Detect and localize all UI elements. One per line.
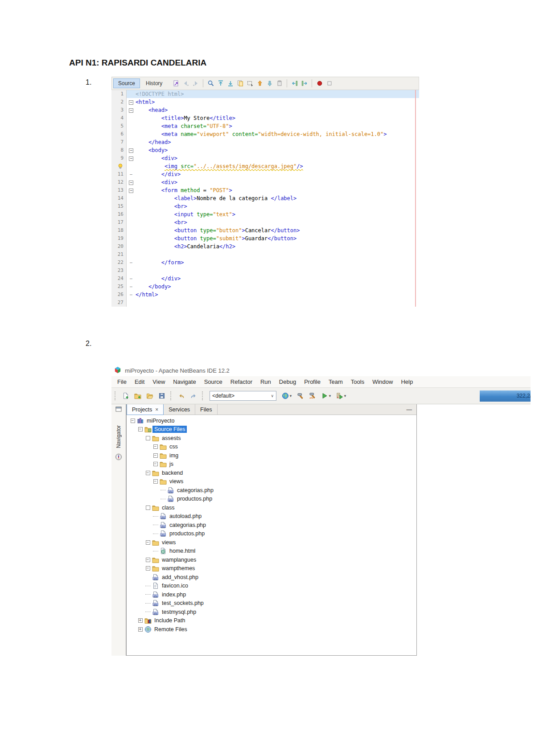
close-tab-icon[interactable]: × bbox=[155, 407, 158, 413]
menu-team[interactable]: Team bbox=[325, 377, 347, 387]
collapse-handle-icon[interactable]: − bbox=[144, 471, 151, 475]
code-line-22[interactable]: 22− </form> bbox=[111, 259, 419, 267]
menu-edit[interactable]: Edit bbox=[131, 377, 148, 387]
collapse-handle-icon[interactable]: − bbox=[152, 444, 159, 449]
tab-files[interactable]: Files bbox=[195, 404, 217, 415]
undo-icon[interactable] bbox=[176, 390, 187, 402]
code-line-4[interactable]: 4 <title>My Store</title> bbox=[111, 114, 419, 122]
memory-indicator[interactable]: 322,2/ bbox=[480, 390, 531, 402]
code-area[interactable]: 1<!DOCTYPE html>2−<html>3− <head>4 <titl… bbox=[111, 90, 419, 307]
tree-item-categorias-php[interactable]: phpcategorias.php bbox=[127, 521, 416, 530]
tree-item-productos-php[interactable]: phpproductos.php bbox=[127, 495, 416, 504]
browser-globe-icon[interactable]: ▾ bbox=[280, 390, 294, 402]
code-line-15[interactable]: 15 <br> bbox=[111, 202, 419, 210]
code-line-bulb[interactable]: <img src="../../assets/img/descarga.jpeg… bbox=[111, 162, 419, 170]
expand-handle-icon[interactable]: + bbox=[137, 618, 144, 623]
code-line-13[interactable]: 13− <form method = "POST"> bbox=[111, 186, 419, 194]
tree-item-css[interactable]: −css bbox=[127, 443, 416, 452]
code-line-11[interactable]: 11− </div> bbox=[111, 170, 419, 178]
tree-item-productos-php[interactable]: phpproductos.php bbox=[127, 530, 416, 538]
tab-source[interactable]: Source bbox=[113, 78, 140, 88]
collapse-handle-icon[interactable]: − bbox=[144, 558, 151, 562]
redo-icon[interactable] bbox=[188, 390, 199, 402]
expand-handle-icon[interactable]: + bbox=[137, 627, 144, 632]
menu-profile[interactable]: Profile bbox=[300, 377, 325, 387]
fold-collapse-icon[interactable]: − bbox=[127, 186, 136, 194]
tab-projects[interactable]: Projects × bbox=[127, 404, 164, 415]
tree-item-views[interactable]: −views bbox=[127, 477, 416, 486]
menu-window[interactable]: Window bbox=[368, 377, 397, 387]
menu-help[interactable]: Help bbox=[397, 377, 417, 387]
chevron-down-icon[interactable]: ∨ bbox=[271, 394, 274, 398]
dropdown-caret-icon[interactable]: ▾ bbox=[329, 394, 331, 398]
code-line-8[interactable]: 8− <body> bbox=[111, 146, 419, 154]
tree-item-include-path[interactable]: +Include Path bbox=[127, 616, 416, 625]
fold-collapse-icon[interactable]: − bbox=[127, 98, 136, 106]
code-line-14[interactable]: 14 <label>Nombre de la categoria </label… bbox=[111, 194, 419, 202]
debug-icon[interactable]: ▾ bbox=[334, 390, 348, 402]
tree-item-views[interactable]: −views bbox=[127, 538, 416, 547]
code-line-25[interactable]: 25− </body> bbox=[111, 283, 419, 291]
code-line-18[interactable]: 18 <button type="button">Cancelar</butto… bbox=[111, 226, 419, 234]
dock-window-icon[interactable] bbox=[115, 406, 122, 415]
code-line-17[interactable]: 17 <br> bbox=[111, 218, 419, 226]
fold-collapse-icon[interactable]: − bbox=[127, 154, 136, 162]
tree-item-home-html[interactable]: home.html bbox=[127, 547, 416, 556]
tab-services[interactable]: Services bbox=[164, 404, 195, 415]
code-line-5[interactable]: 5 <meta charset="UTF-8"> bbox=[111, 122, 419, 130]
collapse-handle-icon[interactable]: − bbox=[144, 540, 151, 545]
navigator-compass-icon[interactable] bbox=[115, 453, 122, 462]
code-line-19[interactable]: 19 <button type="submit">Guardar</button… bbox=[111, 234, 419, 242]
tree-item-autoload-php[interactable]: phpautoload.php bbox=[127, 512, 416, 521]
code-line-26[interactable]: 26−</html> bbox=[111, 291, 419, 299]
code-line-7[interactable]: 7 </head> bbox=[111, 138, 419, 146]
menu-view[interactable]: View bbox=[148, 377, 169, 387]
new-file-icon[interactable] bbox=[120, 390, 131, 402]
collapse-handle-icon[interactable]: − bbox=[152, 462, 159, 466]
tree-item-remote-files[interactable]: +Remote Files bbox=[127, 625, 416, 634]
tree-item-wamplangues[interactable]: −wamplangues bbox=[127, 555, 416, 564]
menu-source[interactable]: Source bbox=[200, 377, 226, 387]
dropdown-caret-icon[interactable]: ▾ bbox=[290, 394, 292, 398]
open-project-icon[interactable] bbox=[144, 390, 155, 402]
code-line-1[interactable]: 1<!DOCTYPE html> bbox=[111, 90, 419, 98]
find-previous-icon[interactable] bbox=[216, 79, 225, 88]
code-line-3[interactable]: 3− <head> bbox=[111, 106, 419, 114]
tab-history[interactable]: History bbox=[141, 78, 167, 88]
tree-item-source-files[interactable]: −Source Files bbox=[127, 425, 416, 434]
menu-navigate[interactable]: Navigate bbox=[169, 377, 200, 387]
forward-icon[interactable] bbox=[191, 79, 200, 88]
run-icon[interactable]: ▾ bbox=[319, 390, 333, 402]
build-icon[interactable] bbox=[295, 390, 306, 402]
tree-item-add-vhost-php[interactable]: phpadd_vhost.php bbox=[127, 573, 416, 582]
code-line-2[interactable]: 2−<html> bbox=[111, 98, 419, 106]
collapse-handle-icon[interactable]: − bbox=[152, 479, 159, 484]
start-macro-icon[interactable] bbox=[315, 79, 324, 88]
menu-run[interactable]: Run bbox=[256, 377, 275, 387]
toggle-bookmark-icon[interactable] bbox=[275, 79, 284, 88]
collapse-handle-icon[interactable]: − bbox=[137, 427, 144, 431]
configuration-select[interactable]: <default>∨ bbox=[210, 391, 276, 401]
tree-item-wampthemes[interactable]: −wampthemes bbox=[127, 564, 416, 573]
previous-bookmark-icon[interactable] bbox=[255, 79, 264, 88]
tree-item-backend[interactable]: −backend bbox=[127, 468, 416, 477]
collapse-handle-icon[interactable]: − bbox=[129, 419, 136, 423]
tree-item-img[interactable]: −img bbox=[127, 451, 416, 460]
code-line-24[interactable]: 24− </div> bbox=[111, 275, 419, 283]
minimize-panel-icon[interactable]: — bbox=[402, 404, 417, 415]
new-project-icon[interactable] bbox=[132, 390, 143, 402]
handle-box-icon[interactable] bbox=[144, 436, 151, 440]
code-line-6[interactable]: 6 <meta name="viewport" content="width=d… bbox=[111, 130, 419, 138]
tree-item-miproyecto[interactable]: −miProyecto bbox=[127, 416, 416, 425]
shift-right-icon[interactable] bbox=[300, 79, 309, 88]
dropdown-caret-icon[interactable]: ▾ bbox=[344, 394, 346, 398]
handle-box-icon[interactable] bbox=[144, 505, 151, 510]
save-all-icon[interactable] bbox=[156, 390, 167, 402]
hint-bulb-icon[interactable] bbox=[111, 162, 127, 170]
code-line-27[interactable]: 27 bbox=[111, 299, 419, 307]
menu-refactor[interactable]: Refactor bbox=[226, 377, 256, 387]
rect-selection-icon[interactable] bbox=[246, 79, 254, 88]
collapse-handle-icon[interactable]: − bbox=[152, 453, 159, 458]
tree-item-categorias-php[interactable]: phpcategorias.php bbox=[127, 486, 416, 495]
shift-left-icon[interactable] bbox=[290, 79, 299, 88]
